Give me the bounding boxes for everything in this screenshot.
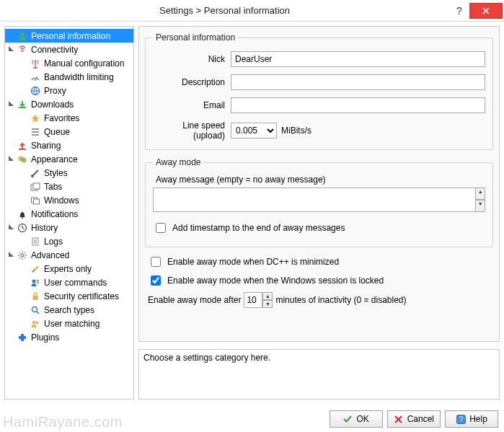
away-msg-scroll-up[interactable]: ▲ [475,188,485,200]
description-input[interactable] [231,74,485,90]
check-icon [342,414,353,424]
tree-item-downloads[interactable]: Downloads [5,97,133,111]
tree-item-advanced[interactable]: Advanced [5,248,133,262]
tree-item-security-certificates[interactable]: Security certificates [5,289,133,303]
inactivity-prefix: Enable away mode after [148,295,241,305]
help-description-box: Choose a settings category here. [138,349,500,400]
ok-button[interactable]: OK [330,410,383,428]
tree-twisty[interactable] [6,224,15,232]
windows-icon [30,195,41,206]
globe-icon [30,85,41,97]
lock-label: Enable away mode when the Windows sessio… [167,275,384,286]
svg-point-12 [22,217,23,219]
nick-label: Nick [153,54,225,64]
tree-item-tabs[interactable]: Tabs [5,180,133,193]
tree-item-label: Windows [44,195,79,206]
svg-rect-9 [33,183,40,189]
tree-twisty[interactable] [6,251,15,259]
tree-item-label: Plugins [31,332,59,343]
timestamp-checkbox[interactable] [156,223,166,233]
tree-item-sharing[interactable]: Sharing [5,138,133,152]
svg-point-7 [31,175,34,177]
svg-point-6 [22,157,27,162]
tree-item-user-matching[interactable]: User matching [5,317,133,330]
bell-icon [17,208,28,220]
away-mode-legend: Away mode [153,157,203,167]
tree-item-experts-only[interactable]: Experts only [5,262,133,275]
help-icon: ? [456,414,466,424]
tree-item-label: Manual configuration [44,58,124,69]
plugin-icon [17,332,28,343]
timestamp-checkbox-row[interactable]: Add timestamp to the end of away message… [153,221,485,235]
tree-item-queue[interactable]: Queue [5,125,133,138]
help-button[interactable]: ? Help [445,410,498,428]
gear-icon [17,250,28,261]
svg-point-20 [36,321,39,324]
help-button-label: Help [469,414,487,424]
tree-item-appearance[interactable]: Appearance [5,152,133,166]
minimize-checkbox[interactable] [151,257,161,267]
away-msg-scroll-down[interactable]: ▼ [475,200,485,212]
tree-item-label: Advanced [31,250,69,260]
personal-info-legend: Personal information [153,32,238,43]
titlebar-help-button[interactable]: ? [449,5,469,17]
email-label: Email [153,100,225,110]
tree-item-user-commands[interactable]: User commands [5,275,133,289]
inactivity-spin-up[interactable]: ▲ [262,292,273,300]
tree-item-label: Logs [44,237,63,247]
svg-text:?: ? [459,415,463,423]
tree-item-personal-information[interactable]: Personal information [5,29,133,43]
email-input[interactable] [231,97,485,113]
tree-twisty[interactable] [6,155,15,163]
tree-item-plugins[interactable]: Plugins [5,330,133,344]
tree-item-proxy[interactable]: Proxy [5,84,133,97]
tree-item-label: Notifications [31,209,78,219]
tree-twisty [19,169,28,177]
inactivity-input[interactable] [244,292,262,308]
timestamp-label: Add timestamp to the end of away message… [172,223,345,233]
tree-item-label: Favorites [44,113,79,123]
lock-checkbox[interactable] [151,275,161,286]
tree-item-bandwidth-limiting[interactable]: Bandwidth limiting [5,70,133,84]
tree-twisty[interactable] [6,100,15,108]
tree-item-notifications[interactable]: Notifications [5,207,133,221]
tree-item-label: Appearance [31,154,78,164]
tree-item-manual-configuration[interactable]: Manual configuration [5,56,133,70]
cancel-button[interactable]: Cancel [387,410,441,428]
line-speed-select[interactable]: 0.005 [231,123,277,138]
log-icon [30,236,41,247]
minimize-checkbox-row[interactable]: Enable away mode when DC++ is minimized [148,255,495,269]
nick-input[interactable] [231,51,485,67]
tree-twisty [6,333,15,341]
tree-item-styles[interactable]: Styles [5,166,133,180]
tree-item-logs[interactable]: Logs [5,234,133,248]
tree-item-windows[interactable]: Windows [5,193,133,207]
star-icon [30,113,41,124]
tree-item-label: Sharing [31,141,61,151]
tree-twisty [19,182,28,190]
svg-point-16 [32,279,36,283]
tree-item-label: Experts only [44,264,92,274]
close-button[interactable] [469,3,503,19]
description-label: Description [153,77,225,87]
tree-item-label: Proxy [44,86,66,96]
tree-twisty [19,114,28,122]
inactivity-spin-down[interactable]: ▼ [262,300,273,308]
lock-checkbox-row[interactable]: Enable away mode when the Windows sessio… [148,273,495,288]
antenna-icon [30,58,41,69]
button-bar: OK Cancel ? Help [330,410,498,428]
tree-item-favorites[interactable]: Favorites [5,111,133,125]
tree-twisty [19,237,28,245]
away-message-input[interactable] [153,188,476,212]
tree-item-connectivity[interactable]: Connectivity [5,43,133,56]
help-description-text: Choose a settings category here. [143,353,270,363]
svg-rect-11 [34,199,40,204]
away-message-label: Away message (empty = no away message) [156,175,485,185]
tree-item-label: Search types [44,305,94,315]
search-icon [30,304,41,316]
tree-twisty[interactable] [6,45,15,53]
tree-item-search-types[interactable]: Search types [5,303,133,317]
tree-item-history[interactable]: History [5,221,133,234]
settings-tree[interactable]: Personal informationConnectivity Manual … [4,26,134,400]
svg-point-3 [35,79,36,81]
